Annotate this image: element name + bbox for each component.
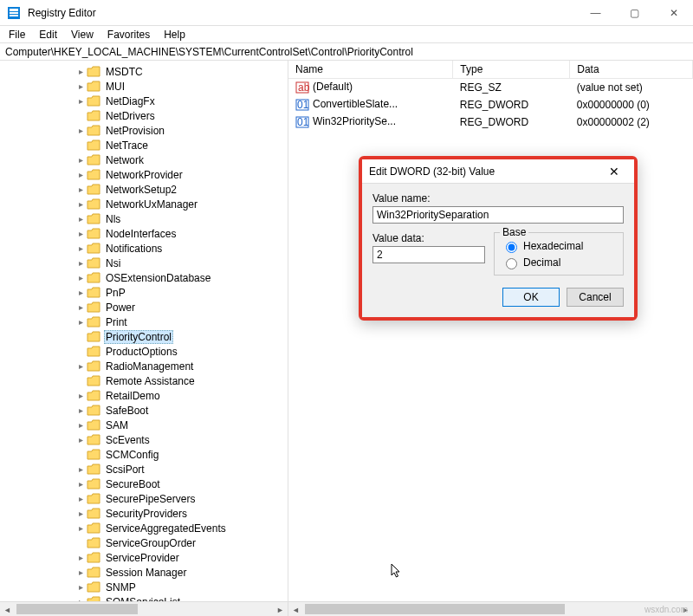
tree-node[interactable]: NetTrace bbox=[0, 138, 288, 152]
expander-icon[interactable]: ▸ bbox=[74, 317, 87, 327]
tree-node[interactable]: ▸RetailDemo bbox=[0, 388, 288, 403]
tree-node[interactable]: ▸OSExtensionDatabase bbox=[0, 270, 288, 285]
tree-pane[interactable]: ▸MSDTC▸MUI▸NetDiagFxNetDrivers▸NetProvis… bbox=[0, 61, 288, 601]
expander-icon[interactable]: ▸ bbox=[74, 479, 87, 489]
col-data[interactable]: Data bbox=[570, 61, 693, 79]
expander-icon[interactable]: ▸ bbox=[74, 494, 87, 503]
tree-node[interactable]: ▸Session Manager bbox=[0, 565, 288, 580]
tree-node[interactable]: ▸NetProvision bbox=[0, 123, 288, 138]
tree-node[interactable]: ▸MUI bbox=[0, 79, 288, 94]
tree-hscroll[interactable]: ◄ ► bbox=[0, 602, 288, 616]
tree-node[interactable]: ▸SecurityProviders bbox=[0, 506, 288, 521]
tree-node[interactable]: ▸Nls bbox=[0, 211, 288, 226]
table-row[interactable]: 011ConvertibleSlate...REG_DWORD0x0000000… bbox=[288, 96, 693, 113]
tree-node[interactable]: ▸MSDTC bbox=[0, 64, 288, 79]
tree-node[interactable]: ▸NetworkUxManager bbox=[0, 197, 288, 211]
tree-node[interactable]: ▸RadioManagement bbox=[0, 359, 288, 373]
expander-icon[interactable]: ▸ bbox=[74, 405, 87, 415]
expander-icon[interactable]: ▸ bbox=[74, 229, 87, 238]
dialog-close-button[interactable]: ✕ bbox=[601, 165, 627, 178]
tree-node[interactable]: ▸ScsiPort bbox=[0, 462, 288, 477]
tree-node[interactable]: ▸ServiceAggregatedEvents bbox=[0, 521, 288, 535]
minimize-button[interactable]: — bbox=[576, 0, 615, 26]
expander-icon[interactable]: ▸ bbox=[74, 67, 87, 76]
scroll-left-icon[interactable]: ◄ bbox=[288, 602, 303, 616]
expander-icon[interactable]: ▸ bbox=[74, 391, 87, 400]
tree-node[interactable]: ▸NetDiagFx bbox=[0, 94, 288, 108]
menu-edit[interactable]: Edit bbox=[34, 28, 62, 42]
tree-node[interactable]: NetDrivers bbox=[0, 108, 288, 123]
col-name[interactable]: Name bbox=[288, 61, 453, 79]
expander-icon[interactable]: ▸ bbox=[74, 597, 87, 601]
expander-icon[interactable]: ▸ bbox=[74, 96, 87, 106]
scroll-right-icon[interactable]: ► bbox=[273, 602, 288, 616]
tree-node[interactable]: ▸SNMP bbox=[0, 580, 288, 594]
tree-node[interactable]: Remote Assistance bbox=[0, 373, 288, 388]
dialog-titlebar[interactable]: Edit DWORD (32-bit) Value ✕ bbox=[362, 159, 634, 184]
tree-node[interactable]: ▸ScEvents bbox=[0, 432, 288, 447]
menu-file[interactable]: File bbox=[3, 28, 30, 42]
tree-node[interactable]: ▸SafeBoot bbox=[0, 403, 288, 418]
expander-icon[interactable]: ▸ bbox=[74, 126, 87, 135]
radio-hexadecimal[interactable]: Hexadecimal bbox=[502, 239, 616, 253]
menu-view[interactable]: View bbox=[66, 28, 99, 42]
values-pane[interactable]: Name Type Data ab(Default)REG_SZ(value n… bbox=[288, 61, 693, 601]
tree-node[interactable]: ServiceGroupOrder bbox=[0, 535, 288, 550]
expander-icon[interactable]: ▸ bbox=[74, 361, 87, 371]
expander-icon[interactable]: ▸ bbox=[74, 288, 87, 297]
tree-node[interactable]: ▸Print bbox=[0, 314, 288, 329]
tree-node[interactable]: ▸Network bbox=[0, 152, 288, 167]
tree-node[interactable]: ▸SAM bbox=[0, 418, 288, 432]
tree-node[interactable]: ▸NetworkSetup2 bbox=[0, 182, 288, 197]
expander-icon[interactable]: ▸ bbox=[74, 567, 87, 577]
tree-node[interactable]: ProductOptions bbox=[0, 344, 288, 359]
tree-node[interactable]: ▸NetworkProvider bbox=[0, 167, 288, 182]
expander-icon[interactable]: ▸ bbox=[74, 81, 87, 91]
close-button[interactable]: ✕ bbox=[654, 0, 693, 26]
value-name-field[interactable] bbox=[372, 206, 624, 224]
expander-icon[interactable]: ▸ bbox=[74, 302, 87, 312]
expander-icon[interactable]: ▸ bbox=[74, 185, 87, 194]
tree-node[interactable]: ▸ServiceProvider bbox=[0, 550, 288, 565]
expander-icon[interactable]: ▸ bbox=[74, 420, 87, 430]
table-row[interactable]: ab(Default)REG_SZ(value not set) bbox=[288, 79, 693, 97]
address-input[interactable] bbox=[3, 45, 690, 59]
tree-node[interactable]: ▸PnP bbox=[0, 285, 288, 300]
col-type[interactable]: Type bbox=[453, 61, 570, 79]
tree-node[interactable]: ▸NodeInterfaces bbox=[0, 226, 288, 241]
expander-icon[interactable]: ▸ bbox=[74, 273, 87, 282]
maximize-button[interactable]: ▢ bbox=[615, 0, 654, 26]
expander-icon[interactable]: ▸ bbox=[74, 523, 87, 533]
ok-button[interactable]: OK bbox=[502, 288, 560, 307]
expander-icon[interactable]: ▸ bbox=[74, 258, 87, 268]
table-row[interactable]: 011Win32PrioritySe...REG_DWORD0x00000002… bbox=[288, 113, 693, 131]
radio-hex-input[interactable] bbox=[506, 242, 517, 253]
tree-node[interactable]: ▸SQMServiceList bbox=[0, 594, 288, 601]
radio-dec-input[interactable] bbox=[506, 258, 517, 269]
tree-node[interactable]: ▸Power bbox=[0, 300, 288, 314]
expander-icon[interactable]: ▸ bbox=[74, 214, 87, 224]
menu-favorites[interactable]: Favorites bbox=[102, 28, 155, 42]
radio-decimal[interactable]: Decimal bbox=[502, 256, 616, 269]
tree-node[interactable]: ▸SecurePipeServers bbox=[0, 491, 288, 506]
expander-icon[interactable]: ▸ bbox=[74, 509, 87, 518]
tree-node[interactable]: ▸Nsi bbox=[0, 256, 288, 270]
tree-node[interactable]: PriorityControl bbox=[0, 329, 288, 344]
expander-icon[interactable]: ▸ bbox=[74, 170, 87, 179]
expander-icon[interactable]: ▸ bbox=[74, 435, 87, 444]
scrollbar-thumb[interactable] bbox=[16, 604, 138, 614]
value-data-field[interactable] bbox=[372, 246, 485, 263]
scroll-left-icon[interactable]: ◄ bbox=[0, 602, 15, 616]
list-hscroll[interactable]: ◄ ► bbox=[288, 602, 693, 616]
expander-icon[interactable]: ▸ bbox=[74, 553, 87, 562]
scrollbar-thumb[interactable] bbox=[305, 604, 565, 614]
tree-node[interactable]: ▸Notifications bbox=[0, 241, 288, 256]
expander-icon[interactable]: ▸ bbox=[74, 464, 87, 474]
tree-node[interactable]: ▸SecureBoot bbox=[0, 477, 288, 491]
tree-node[interactable]: SCMConfig bbox=[0, 447, 288, 462]
expander-icon[interactable]: ▸ bbox=[74, 243, 87, 253]
expander-icon[interactable]: ▸ bbox=[74, 582, 87, 592]
expander-icon[interactable]: ▸ bbox=[74, 199, 87, 209]
expander-icon[interactable]: ▸ bbox=[74, 155, 87, 165]
menu-help[interactable]: Help bbox=[159, 28, 191, 42]
